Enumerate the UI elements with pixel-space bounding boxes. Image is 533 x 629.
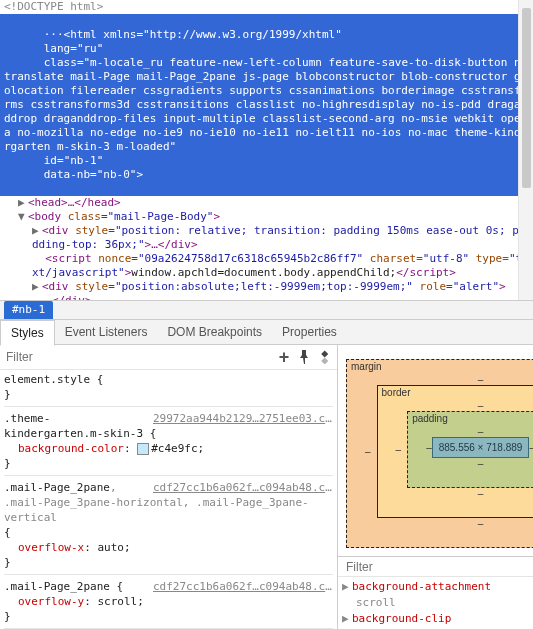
- computed-value: scroll: [342, 595, 533, 611]
- styles-tabs: Styles Event Listeners DOM Breakpoints P…: [0, 320, 533, 345]
- element-state-icon[interactable]: [315, 348, 333, 366]
- elements-dom-tree[interactable]: <!DOCTYPE html> ···<html xmlns="http://w…: [0, 0, 533, 300]
- breadcrumb-bar[interactable]: #nb-1: [0, 300, 533, 320]
- rule-close: }: [4, 609, 333, 624]
- rule-close: }: [4, 555, 333, 570]
- prop-bgcolor[interactable]: background-color: #c4e9fc;: [4, 441, 333, 456]
- source-link[interactable]: 29972aa944b2129…2751ee03.css:1: [153, 411, 333, 426]
- computed-filter-input[interactable]: [344, 559, 533, 575]
- scrollbar[interactable]: [518, 0, 533, 300]
- breadcrumb-item[interactable]: #nb-1: [4, 301, 53, 319]
- label-margin: margin: [351, 361, 382, 372]
- rule-2pane-2[interactable]: cdf27cc1b6a062f…c094ab48.css:1.mail-Page…: [4, 579, 333, 594]
- source-link[interactable]: cdf27cc1b6a062f…c094ab48.css:1: [153, 480, 333, 495]
- new-style-rule-icon[interactable]: +: [275, 348, 293, 366]
- source-link[interactable]: cdf27cc1b6a062f…c094ab48.css:1: [153, 579, 333, 594]
- head-line[interactable]: ▶<head>…</head>: [0, 196, 533, 210]
- doctype-line[interactable]: <!DOCTYPE html>: [0, 0, 533, 14]
- prop-overflow-y[interactable]: overflow-y: scroll;: [4, 594, 333, 609]
- svg-rect-1: [321, 357, 328, 364]
- box-model[interactable]: margin – – border – – padding –: [338, 345, 533, 556]
- rule-open: {: [4, 525, 333, 540]
- body-line[interactable]: ▼<body class="mail-Page-Body">: [0, 210, 533, 224]
- computed-row[interactable]: ▶background-clip: [342, 611, 533, 627]
- styles-pane: + element.style { } 29972aa944b2129…2751…: [0, 345, 338, 629]
- div-line-1[interactable]: ▶<div style="position: relative; transit…: [0, 224, 533, 252]
- script-line[interactable]: <script nonce="09a2624758d17c6318c65945b…: [0, 252, 533, 280]
- rule-theme[interactable]: 29972aa944b2129…2751ee03.css:1.theme-: [4, 411, 333, 426]
- computed-pane: margin – – border – – padding –: [338, 345, 533, 629]
- div-line-2[interactable]: ▶<div style="position:absolute;left:-999…: [0, 280, 533, 294]
- label-border: border: [382, 387, 411, 398]
- pin-icon[interactable]: [295, 348, 313, 366]
- svg-rect-0: [321, 350, 328, 357]
- tab-event-listeners[interactable]: Event Listeners: [55, 320, 158, 344]
- rule-2pane-1[interactable]: cdf27cc1b6a062f…c094ab48.css:1.mail-Page…: [4, 480, 333, 525]
- tab-styles[interactable]: Styles: [0, 320, 55, 346]
- computed-list[interactable]: ▶background-attachment scroll ▶backgroun…: [338, 577, 533, 629]
- prop-overflow-x[interactable]: overflow-x: auto;: [4, 540, 333, 555]
- tab-properties[interactable]: Properties: [272, 320, 347, 344]
- rule-close: }: [4, 456, 333, 471]
- computed-row[interactable]: ▶background-attachment: [342, 579, 533, 595]
- label-padding: padding: [412, 413, 448, 424]
- box-content-size: 885.556 × 718.889: [432, 437, 530, 458]
- rule-close: }: [4, 387, 333, 402]
- styles-filter-input[interactable]: [4, 349, 273, 365]
- html-element-line[interactable]: ···<html xmlns="http://www.w3.org/1999/x…: [0, 14, 533, 196]
- rule-element-style[interactable]: element.style {: [4, 372, 333, 387]
- ellipsis-line[interactable]: …</div>: [0, 294, 533, 300]
- rule-theme-2[interactable]: kindergarten.m-skin-3 {: [4, 426, 333, 441]
- tab-dom-breakpoints[interactable]: DOM Breakpoints: [157, 320, 272, 344]
